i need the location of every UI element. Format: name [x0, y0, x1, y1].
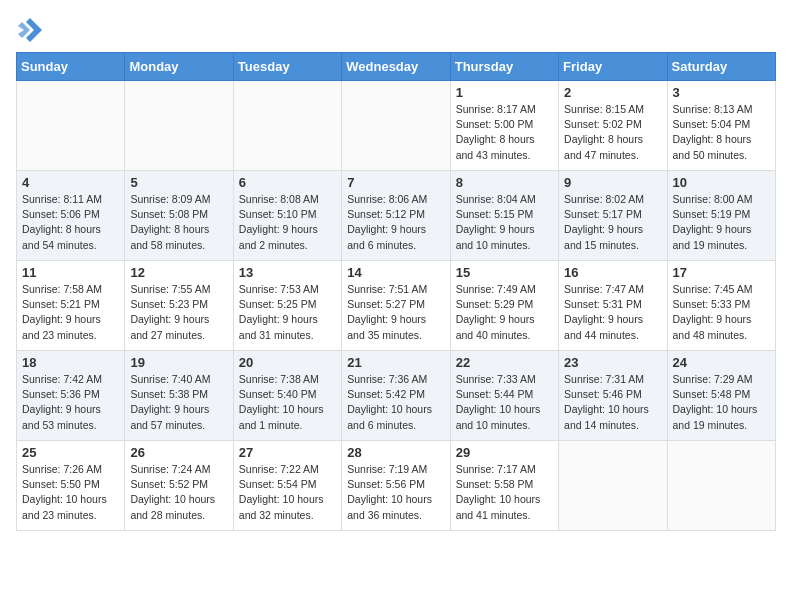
calendar-cell: 3Sunrise: 8:13 AM Sunset: 5:04 PM Daylig… — [667, 81, 775, 171]
day-info: Sunrise: 7:26 AM Sunset: 5:50 PM Dayligh… — [22, 462, 119, 523]
calendar-cell: 20Sunrise: 7:38 AM Sunset: 5:40 PM Dayli… — [233, 351, 341, 441]
weekday-header-friday: Friday — [559, 53, 667, 81]
day-number: 17 — [673, 265, 770, 280]
calendar-cell: 21Sunrise: 7:36 AM Sunset: 5:42 PM Dayli… — [342, 351, 450, 441]
weekday-header-row: SundayMondayTuesdayWednesdayThursdayFrid… — [17, 53, 776, 81]
day-number: 7 — [347, 175, 444, 190]
day-info: Sunrise: 8:13 AM Sunset: 5:04 PM Dayligh… — [673, 102, 770, 163]
calendar-cell: 25Sunrise: 7:26 AM Sunset: 5:50 PM Dayli… — [17, 441, 125, 531]
day-info: Sunrise: 7:42 AM Sunset: 5:36 PM Dayligh… — [22, 372, 119, 433]
day-info: Sunrise: 7:53 AM Sunset: 5:25 PM Dayligh… — [239, 282, 336, 343]
calendar-week-row: 25Sunrise: 7:26 AM Sunset: 5:50 PM Dayli… — [17, 441, 776, 531]
calendar-cell: 24Sunrise: 7:29 AM Sunset: 5:48 PM Dayli… — [667, 351, 775, 441]
calendar-table: SundayMondayTuesdayWednesdayThursdayFrid… — [16, 52, 776, 531]
calendar-cell — [342, 81, 450, 171]
day-number: 5 — [130, 175, 227, 190]
day-info: Sunrise: 8:15 AM Sunset: 5:02 PM Dayligh… — [564, 102, 661, 163]
day-info: Sunrise: 7:38 AM Sunset: 5:40 PM Dayligh… — [239, 372, 336, 433]
day-info: Sunrise: 8:11 AM Sunset: 5:06 PM Dayligh… — [22, 192, 119, 253]
calendar-cell: 23Sunrise: 7:31 AM Sunset: 5:46 PM Dayli… — [559, 351, 667, 441]
calendar-cell: 18Sunrise: 7:42 AM Sunset: 5:36 PM Dayli… — [17, 351, 125, 441]
day-number: 8 — [456, 175, 553, 190]
calendar-week-row: 11Sunrise: 7:58 AM Sunset: 5:21 PM Dayli… — [17, 261, 776, 351]
day-info: Sunrise: 8:00 AM Sunset: 5:19 PM Dayligh… — [673, 192, 770, 253]
day-info: Sunrise: 7:17 AM Sunset: 5:58 PM Dayligh… — [456, 462, 553, 523]
day-info: Sunrise: 7:31 AM Sunset: 5:46 PM Dayligh… — [564, 372, 661, 433]
day-number: 19 — [130, 355, 227, 370]
calendar-week-row: 18Sunrise: 7:42 AM Sunset: 5:36 PM Dayli… — [17, 351, 776, 441]
calendar-cell: 15Sunrise: 7:49 AM Sunset: 5:29 PM Dayli… — [450, 261, 558, 351]
day-info: Sunrise: 8:09 AM Sunset: 5:08 PM Dayligh… — [130, 192, 227, 253]
day-number: 22 — [456, 355, 553, 370]
calendar-week-row: 1Sunrise: 8:17 AM Sunset: 5:00 PM Daylig… — [17, 81, 776, 171]
calendar-cell: 7Sunrise: 8:06 AM Sunset: 5:12 PM Daylig… — [342, 171, 450, 261]
calendar-cell: 12Sunrise: 7:55 AM Sunset: 5:23 PM Dayli… — [125, 261, 233, 351]
day-number: 18 — [22, 355, 119, 370]
calendar-cell: 17Sunrise: 7:45 AM Sunset: 5:33 PM Dayli… — [667, 261, 775, 351]
day-info: Sunrise: 7:55 AM Sunset: 5:23 PM Dayligh… — [130, 282, 227, 343]
day-number: 9 — [564, 175, 661, 190]
day-info: Sunrise: 7:58 AM Sunset: 5:21 PM Dayligh… — [22, 282, 119, 343]
calendar-cell — [17, 81, 125, 171]
calendar-cell: 6Sunrise: 8:08 AM Sunset: 5:10 PM Daylig… — [233, 171, 341, 261]
day-number: 11 — [22, 265, 119, 280]
logo-icon — [16, 16, 44, 44]
page-header — [16, 16, 776, 44]
day-info: Sunrise: 7:40 AM Sunset: 5:38 PM Dayligh… — [130, 372, 227, 433]
calendar-cell — [233, 81, 341, 171]
calendar-cell: 16Sunrise: 7:47 AM Sunset: 5:31 PM Dayli… — [559, 261, 667, 351]
calendar-cell: 28Sunrise: 7:19 AM Sunset: 5:56 PM Dayli… — [342, 441, 450, 531]
day-number: 25 — [22, 445, 119, 460]
day-info: Sunrise: 8:02 AM Sunset: 5:17 PM Dayligh… — [564, 192, 661, 253]
day-number: 2 — [564, 85, 661, 100]
day-number: 26 — [130, 445, 227, 460]
day-number: 3 — [673, 85, 770, 100]
calendar-cell — [667, 441, 775, 531]
calendar-cell: 13Sunrise: 7:53 AM Sunset: 5:25 PM Dayli… — [233, 261, 341, 351]
weekday-header-monday: Monday — [125, 53, 233, 81]
day-number: 1 — [456, 85, 553, 100]
calendar-cell: 1Sunrise: 8:17 AM Sunset: 5:00 PM Daylig… — [450, 81, 558, 171]
day-info: Sunrise: 8:06 AM Sunset: 5:12 PM Dayligh… — [347, 192, 444, 253]
day-number: 21 — [347, 355, 444, 370]
day-info: Sunrise: 7:45 AM Sunset: 5:33 PM Dayligh… — [673, 282, 770, 343]
calendar-cell: 9Sunrise: 8:02 AM Sunset: 5:17 PM Daylig… — [559, 171, 667, 261]
day-number: 23 — [564, 355, 661, 370]
day-info: Sunrise: 7:33 AM Sunset: 5:44 PM Dayligh… — [456, 372, 553, 433]
calendar-cell: 10Sunrise: 8:00 AM Sunset: 5:19 PM Dayli… — [667, 171, 775, 261]
day-number: 24 — [673, 355, 770, 370]
day-info: Sunrise: 7:47 AM Sunset: 5:31 PM Dayligh… — [564, 282, 661, 343]
day-number: 20 — [239, 355, 336, 370]
day-number: 14 — [347, 265, 444, 280]
day-info: Sunrise: 7:49 AM Sunset: 5:29 PM Dayligh… — [456, 282, 553, 343]
day-info: Sunrise: 7:22 AM Sunset: 5:54 PM Dayligh… — [239, 462, 336, 523]
calendar-cell: 19Sunrise: 7:40 AM Sunset: 5:38 PM Dayli… — [125, 351, 233, 441]
day-number: 29 — [456, 445, 553, 460]
day-number: 27 — [239, 445, 336, 460]
weekday-header-wednesday: Wednesday — [342, 53, 450, 81]
day-info: Sunrise: 7:29 AM Sunset: 5:48 PM Dayligh… — [673, 372, 770, 433]
calendar-week-row: 4Sunrise: 8:11 AM Sunset: 5:06 PM Daylig… — [17, 171, 776, 261]
day-number: 12 — [130, 265, 227, 280]
calendar-cell: 5Sunrise: 8:09 AM Sunset: 5:08 PM Daylig… — [125, 171, 233, 261]
day-number: 4 — [22, 175, 119, 190]
day-info: Sunrise: 7:36 AM Sunset: 5:42 PM Dayligh… — [347, 372, 444, 433]
day-number: 10 — [673, 175, 770, 190]
calendar-cell — [559, 441, 667, 531]
calendar-cell: 26Sunrise: 7:24 AM Sunset: 5:52 PM Dayli… — [125, 441, 233, 531]
day-info: Sunrise: 7:51 AM Sunset: 5:27 PM Dayligh… — [347, 282, 444, 343]
calendar-cell: 8Sunrise: 8:04 AM Sunset: 5:15 PM Daylig… — [450, 171, 558, 261]
day-info: Sunrise: 8:17 AM Sunset: 5:00 PM Dayligh… — [456, 102, 553, 163]
calendar-cell: 27Sunrise: 7:22 AM Sunset: 5:54 PM Dayli… — [233, 441, 341, 531]
logo — [16, 16, 46, 44]
weekday-header-saturday: Saturday — [667, 53, 775, 81]
calendar-cell: 4Sunrise: 8:11 AM Sunset: 5:06 PM Daylig… — [17, 171, 125, 261]
weekday-header-thursday: Thursday — [450, 53, 558, 81]
day-number: 13 — [239, 265, 336, 280]
calendar-cell — [125, 81, 233, 171]
weekday-header-sunday: Sunday — [17, 53, 125, 81]
day-number: 16 — [564, 265, 661, 280]
calendar-cell: 22Sunrise: 7:33 AM Sunset: 5:44 PM Dayli… — [450, 351, 558, 441]
calendar-cell: 2Sunrise: 8:15 AM Sunset: 5:02 PM Daylig… — [559, 81, 667, 171]
day-info: Sunrise: 7:19 AM Sunset: 5:56 PM Dayligh… — [347, 462, 444, 523]
